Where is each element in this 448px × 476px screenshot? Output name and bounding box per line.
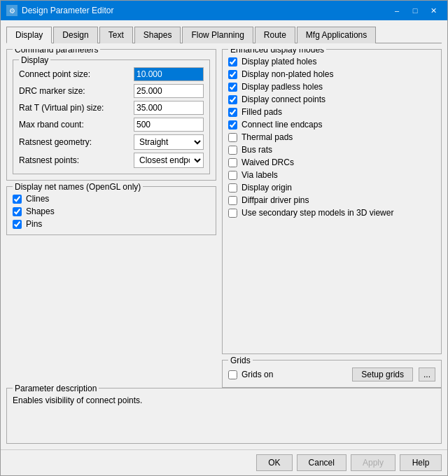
max-rband-label: Max rband count:: [19, 120, 128, 130]
content-area: Display Design Text Shapes Flow Planning…: [1, 20, 447, 449]
ellipsis-button[interactable]: ...: [419, 368, 435, 382]
title-bar-controls: – □ ✕: [388, 4, 442, 18]
display-connect-points-label: Display connect points: [241, 94, 326, 104]
left-panel: Command parameters Display Connect point…: [6, 49, 216, 388]
filled-pads-label: Filled pads: [241, 107, 282, 117]
drc-marker-size-label: DRC marker size:: [19, 86, 128, 96]
maximize-button[interactable]: □: [407, 4, 424, 18]
diffpair-driver-pins-label: Diffpair driver pins: [241, 195, 309, 205]
via-labels-label: Via labels: [241, 170, 278, 180]
display-form-grid: Connect point size: DRC marker size: Rat…: [19, 67, 204, 168]
app-icon: ⚙: [6, 5, 18, 16]
display-subgroup: Display Connect point size: DRC marker s…: [13, 59, 210, 174]
display-origin-label: Display origin: [241, 183, 292, 192]
window-title: Design Parameter Editor: [22, 6, 113, 15]
help-button[interactable]: Help: [400, 454, 442, 471]
display-padless-holes-checkbox[interactable]: [228, 83, 237, 92]
display-non-plated-holes-label: Display non-plated holes: [241, 69, 333, 79]
max-rband-input[interactable]: [134, 118, 204, 132]
shapes-checkbox[interactable]: [13, 207, 22, 216]
tab-text[interactable]: Text: [99, 27, 133, 43]
display-plated-holes-item: Display plated holes: [228, 57, 435, 66]
apply-button[interactable]: Apply: [351, 454, 396, 471]
right-panel: Enhanced display modes Display plated ho…: [222, 49, 442, 388]
bus-rats-item: Bus rats: [228, 145, 435, 155]
display-plated-holes-label: Display plated holes: [241, 57, 316, 66]
secondary-step-models-checkbox[interactable]: [228, 209, 237, 218]
bus-rats-label: Bus rats: [241, 145, 272, 155]
connect-line-endcaps-item: Connect line endcaps: [228, 120, 435, 130]
display-plated-holes-checkbox[interactable]: [228, 57, 237, 66]
enhanced-display-group: Enhanced display modes Display plated ho…: [222, 49, 442, 354]
diffpair-driver-pins-item: Diffpair driver pins: [228, 195, 435, 205]
pins-label: Pins: [26, 219, 42, 229]
title-bar: ⚙ Design Parameter Editor – □ ✕: [1, 1, 447, 20]
waived-drcs-item: Waived DRCs: [228, 158, 435, 167]
shapes-checkbox-item: Shapes: [13, 206, 210, 216]
display-subgroup-title: Display: [19, 55, 50, 65]
main-area: Command parameters Display Connect point…: [6, 49, 442, 388]
command-params-group: Command parameters Display Connect point…: [6, 49, 216, 181]
rat-t-size-label: Rat T (Virtual pin) size:: [19, 103, 128, 113]
pins-checkbox[interactable]: [13, 220, 22, 229]
grids-on-label: Grids on: [241, 370, 273, 379]
parameter-description-group: Parameter description Enables visibility…: [6, 388, 442, 444]
drc-marker-size-input[interactable]: [134, 84, 204, 98]
tab-design[interactable]: Design: [53, 27, 97, 43]
main-window: ⚙ Design Parameter Editor – □ ✕ Display …: [0, 0, 448, 476]
tab-flow-planning[interactable]: Flow Planning: [182, 27, 253, 43]
display-net-names-group: Display net names (OpenGL only) Clines S…: [6, 186, 216, 235]
bus-rats-checkbox[interactable]: [228, 146, 237, 155]
ratsnest-points-select[interactable]: Closest endpoint Pin center: [134, 153, 204, 168]
grids-group: Grids Grids on Setup grids ...: [222, 360, 442, 388]
enhanced-display-title: Enhanced display modes: [228, 49, 326, 55]
secondary-step-models-item: Use secondary step models in 3D viewer: [228, 208, 435, 218]
grids-on-item: Grids on: [228, 370, 273, 379]
display-non-plated-holes-item: Display non-plated holes: [228, 69, 435, 79]
cancel-button[interactable]: Cancel: [297, 454, 346, 471]
grids-title: Grids: [228, 356, 253, 365]
title-bar-left: ⚙ Design Parameter Editor: [6, 5, 113, 16]
tab-bar: Display Design Text Shapes Flow Planning…: [6, 26, 442, 43]
diffpair-driver-pins-checkbox[interactable]: [228, 196, 237, 205]
rat-t-size-input[interactable]: [134, 101, 204, 115]
pins-checkbox-item: Pins: [13, 219, 210, 229]
clines-label: Clines: [26, 194, 49, 204]
setup-grids-button[interactable]: Setup grids: [352, 368, 413, 382]
filled-pads-checkbox[interactable]: [228, 108, 237, 117]
display-padless-holes-item: Display padless holes: [228, 82, 435, 92]
tab-route[interactable]: Route: [255, 27, 295, 43]
ok-button[interactable]: OK: [256, 454, 292, 471]
display-net-names-title: Display net names (OpenGL only): [13, 182, 143, 192]
display-origin-checkbox[interactable]: [228, 183, 237, 192]
tab-display[interactable]: Display: [6, 27, 52, 43]
ratsnest-geometry-select[interactable]: Straight Curved: [134, 134, 204, 150]
thermal-pads-item: Thermal pads: [228, 132, 435, 142]
enhanced-display-checkbox-list: Display plated holes Display non-plated …: [228, 57, 435, 218]
filled-pads-item: Filled pads: [228, 107, 435, 117]
minimize-button[interactable]: –: [388, 4, 405, 18]
ratsnest-geometry-label: Ratsnest geometry:: [19, 137, 128, 147]
parameter-description-title: Parameter description: [13, 384, 99, 393]
grids-on-checkbox[interactable]: [228, 370, 237, 379]
display-non-plated-holes-checkbox[interactable]: [228, 70, 237, 79]
display-connect-points-item: Display connect points: [228, 94, 435, 104]
parameter-description-text: Enables visibility of connect points.: [13, 396, 435, 405]
via-labels-item: Via labels: [228, 170, 435, 180]
thermal-pads-label: Thermal pads: [241, 132, 293, 142]
footer: OK Cancel Apply Help: [1, 449, 447, 475]
tab-mfg-applications[interactable]: Mfg Applications: [297, 27, 376, 43]
connect-line-endcaps-checkbox[interactable]: [228, 120, 237, 130]
connect-point-size-input[interactable]: [134, 67, 204, 81]
display-connect-points-checkbox[interactable]: [228, 95, 237, 104]
thermal-pads-checkbox[interactable]: [228, 133, 237, 142]
ratsnest-points-label: Ratsnest points:: [19, 155, 128, 165]
clines-checkbox[interactable]: [13, 195, 22, 204]
secondary-step-models-label: Use secondary step models in 3D viewer: [241, 208, 393, 218]
waived-drcs-checkbox[interactable]: [228, 158, 237, 167]
shapes-label: Shapes: [26, 206, 55, 216]
connect-line-endcaps-label: Connect line endcaps: [241, 120, 322, 130]
close-button[interactable]: ✕: [425, 4, 442, 18]
via-labels-checkbox[interactable]: [228, 171, 237, 180]
tab-shapes[interactable]: Shapes: [134, 27, 181, 43]
